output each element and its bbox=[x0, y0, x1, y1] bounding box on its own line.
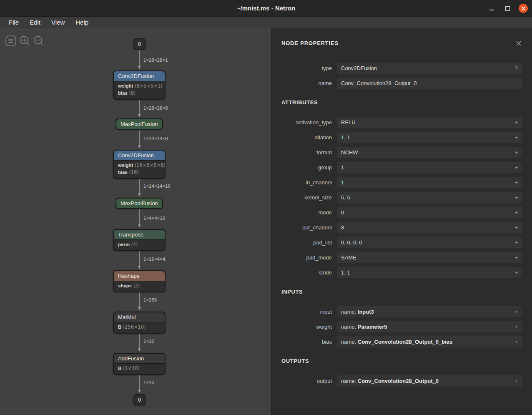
attribute-value-field[interactable]: 8 + bbox=[337, 222, 522, 233]
attribute-row: out_channel 8 + bbox=[281, 222, 522, 233]
attribute-value-field[interactable]: SAME + bbox=[337, 252, 522, 263]
graph-node-maxpoolfusion-1[interactable]: MaxPoolFusion bbox=[115, 118, 163, 130]
graph-node-input[interactable]: 0 bbox=[133, 38, 146, 50]
graph-node-matmul[interactable]: MatMul B ⟨256×10⟩ bbox=[113, 312, 166, 334]
attribute-value-field[interactable]: 1, 1 + bbox=[337, 132, 522, 143]
attribute-row: mode 0 + bbox=[281, 207, 522, 218]
help-icon[interactable]: ? bbox=[515, 65, 518, 71]
node-title: MaxPoolFusion bbox=[116, 119, 162, 129]
attr-value: ⟨8⟩ bbox=[129, 90, 136, 96]
attr-name: bias bbox=[118, 91, 128, 96]
input-label: input bbox=[281, 309, 332, 315]
attribute-row: format NCHW + bbox=[281, 147, 522, 158]
attribute-row: kernel_size 5, 5 + bbox=[281, 192, 522, 203]
attribute-value-field[interactable]: 1, 1 + bbox=[337, 267, 522, 278]
property-label: type bbox=[281, 65, 332, 71]
input-label: weight bbox=[281, 324, 332, 330]
graph-node-transpose[interactable]: Transpose perm ⟨4⟩ bbox=[113, 229, 166, 251]
panel-title: NODE PROPERTIES bbox=[281, 40, 339, 46]
panel-close-icon[interactable]: × bbox=[515, 40, 522, 46]
input-value-field[interactable]: name: Input3 + bbox=[337, 306, 522, 317]
attribute-label: stride bbox=[281, 269, 332, 276]
section-title-inputs: INPUTS bbox=[281, 289, 522, 295]
expand-icon[interactable]: + bbox=[514, 269, 518, 276]
node-title: Conv2DFusion bbox=[114, 151, 165, 160]
node-title: AddFusion bbox=[114, 354, 165, 363]
attribute-label: mode bbox=[281, 209, 332, 216]
close-icon bbox=[521, 6, 526, 11]
attribute-value-field[interactable]: NCHW + bbox=[337, 147, 522, 158]
menu-edit[interactable]: Edit bbox=[24, 17, 46, 28]
expand-icon[interactable]: + bbox=[514, 209, 518, 216]
expand-icon[interactable]: + bbox=[514, 309, 518, 315]
expand-icon[interactable]: + bbox=[514, 324, 518, 330]
expand-icon[interactable]: + bbox=[514, 194, 518, 201]
node-properties-panel: NODE PROPERTIES × type Conv2DFusion ? na… bbox=[271, 28, 532, 415]
attribute-row: pad_list 0, 0, 0, 0 + bbox=[281, 237, 522, 248]
attribute-label: in_channel bbox=[281, 179, 332, 186]
graph-node-output[interactable]: 0 bbox=[133, 394, 146, 405]
expand-icon[interactable]: + bbox=[514, 224, 518, 231]
node-title: MatMul bbox=[114, 312, 165, 322]
maximize-button[interactable] bbox=[503, 4, 512, 13]
node-body: perm ⟨4⟩ bbox=[114, 239, 165, 250]
name-value-field[interactable]: Conv_Convolution28_Output_0 bbox=[337, 78, 522, 89]
expand-icon[interactable]: + bbox=[514, 378, 518, 384]
attribute-row: pad_mode SAME + bbox=[281, 252, 522, 263]
menu-bar: File Edit View Help bbox=[0, 17, 532, 28]
expand-icon[interactable]: + bbox=[514, 239, 518, 246]
attr-name: weight bbox=[118, 83, 133, 88]
node-body: weight ⟨8×5×5×1⟩ bias ⟨8⟩ bbox=[114, 81, 165, 99]
input-value: Conv_Convolution28_Output_0_bias bbox=[358, 339, 453, 345]
node-title: MaxPoolFusion bbox=[116, 199, 162, 208]
attribute-value: 0 bbox=[341, 209, 344, 216]
graph-node-addfusion[interactable]: AddFusion B ⟨1×10⟩ bbox=[113, 353, 166, 375]
type-value-field[interactable]: Conv2DFusion ? bbox=[337, 63, 522, 74]
graph-node-maxpoolfusion-2[interactable]: MaxPoolFusion bbox=[115, 198, 163, 209]
attribute-label: dilation bbox=[281, 134, 332, 141]
node-title: Conv2DFusion bbox=[114, 71, 165, 81]
window-titlebar: ~/mnist.ms - Netron bbox=[0, 0, 532, 17]
attribute-row: in_channel 1 + bbox=[281, 177, 522, 188]
menu-view[interactable]: View bbox=[46, 17, 70, 28]
graph-node-conv2dfusion-1[interactable]: Conv2DFusion weight ⟨8×5×5×1⟩ bias ⟨8⟩ bbox=[113, 70, 166, 100]
property-value: Conv2DFusion bbox=[341, 65, 377, 71]
expand-icon[interactable]: + bbox=[514, 164, 518, 171]
node-title: Transpose bbox=[114, 230, 165, 239]
expand-icon[interactable]: + bbox=[514, 149, 518, 156]
edge-label: 1×28×28×8 bbox=[143, 106, 168, 111]
expand-icon[interactable]: + bbox=[514, 254, 518, 261]
expand-icon[interactable]: + bbox=[514, 134, 518, 141]
name-prefix: name: bbox=[341, 378, 356, 384]
input-value-field[interactable]: name: Conv_Convolution28_Output_0_bias + bbox=[337, 336, 522, 347]
attribute-value: 0, 0, 0, 0 bbox=[341, 239, 362, 246]
node-body: B ⟨256×10⟩ bbox=[114, 322, 165, 333]
graph-node-conv2dfusion-2[interactable]: Conv2DFusion weight ⟨16×5×5×8⟩ bias ⟨16⟩ bbox=[113, 150, 166, 179]
attribute-value-field[interactable]: 0 + bbox=[337, 207, 522, 218]
attribute-value-field[interactable]: 0, 0, 0, 0 + bbox=[337, 237, 522, 248]
expand-icon[interactable]: + bbox=[514, 339, 518, 345]
menu-help[interactable]: Help bbox=[70, 17, 94, 28]
name-prefix: name: bbox=[341, 309, 356, 315]
attribute-value-field[interactable]: 1 + bbox=[337, 162, 522, 173]
attribute-label: pad_list bbox=[281, 239, 332, 246]
expand-icon[interactable]: + bbox=[514, 119, 518, 126]
attribute-value: 5, 5 bbox=[341, 194, 350, 201]
name-prefix: name: bbox=[341, 324, 356, 330]
menu-file[interactable]: File bbox=[3, 17, 24, 28]
edge-label: 1×256 bbox=[143, 297, 157, 302]
attribute-value-field[interactable]: RELU + bbox=[337, 117, 522, 128]
expand-icon[interactable]: + bbox=[514, 179, 518, 186]
minimize-button[interactable] bbox=[487, 4, 496, 13]
graph-canvas[interactable]: 1×28×28×1 1×28×28×8 1×14×14×8 1×14×14×16… bbox=[0, 28, 271, 415]
output-value-field[interactable]: name: Conv_Convolution28_Output_0 + bbox=[337, 375, 522, 387]
maximize-icon bbox=[505, 6, 510, 11]
attribute-value-field[interactable]: 5, 5 + bbox=[337, 192, 522, 203]
node-body: B ⟨1×10⟩ bbox=[114, 363, 165, 374]
graph-node-reshape[interactable]: Reshape shape ⟨2⟩ bbox=[113, 270, 166, 292]
attr-name: perm bbox=[118, 242, 130, 247]
attribute-value: 1, 1 bbox=[341, 134, 350, 141]
input-value-field[interactable]: name: Parameter5 + bbox=[337, 321, 522, 332]
attribute-value-field[interactable]: 1 + bbox=[337, 177, 522, 188]
close-button[interactable] bbox=[519, 4, 528, 13]
